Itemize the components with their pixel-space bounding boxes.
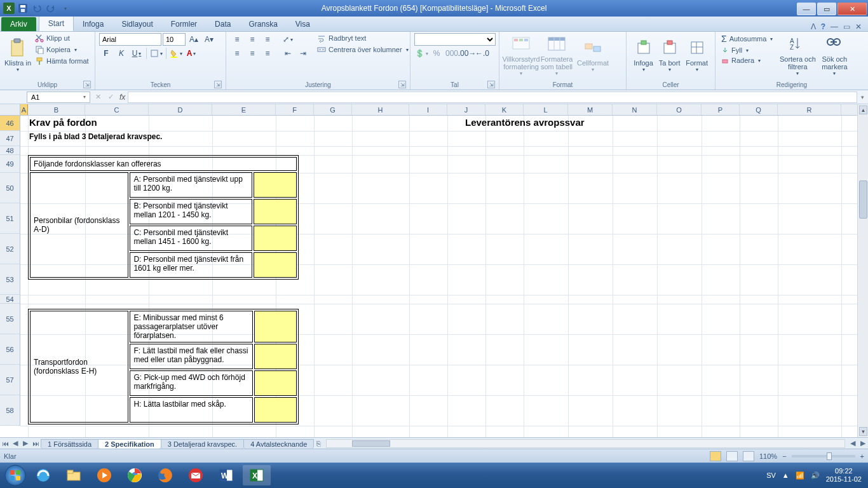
increase-indent-icon[interactable]: ⇥: [296, 47, 310, 60]
col-header-K[interactable]: K: [485, 104, 524, 115]
underline-button[interactable]: U: [130, 47, 144, 60]
number-format-select[interactable]: [414, 33, 496, 46]
page-layout-view-icon[interactable]: [726, 451, 738, 461]
tab-visa[interactable]: Visa: [287, 17, 319, 31]
tray-lang[interactable]: SV: [766, 471, 776, 479]
tab-start[interactable]: Start: [39, 16, 74, 31]
zoom-level[interactable]: 110%: [759, 452, 777, 460]
taskbar-explorer[interactable]: [60, 465, 88, 485]
taskbar-firefox[interactable]: [151, 465, 179, 485]
merge-center-button[interactable]: Centrera över kolumner: [315, 44, 410, 55]
help-icon[interactable]: ?: [821, 22, 825, 31]
row-header-48[interactable]: 48: [0, 146, 20, 155]
align-bottom-icon[interactable]: ≡: [261, 33, 275, 46]
col-header-G[interactable]: G: [314, 104, 352, 115]
zoom-slider[interactable]: [792, 455, 855, 458]
normal-view-icon[interactable]: [710, 451, 721, 461]
workbook-restore-icon[interactable]: ▭: [843, 22, 850, 31]
tray-show-hidden-icon[interactable]: ▲: [782, 471, 789, 479]
copy-button[interactable]: Kopiera: [33, 44, 91, 55]
col-header-P[interactable]: P: [702, 104, 740, 115]
workbook-min-icon[interactable]: —: [831, 22, 838, 31]
sheet-nav-prev[interactable]: ◀: [10, 439, 20, 447]
sort-filter-button[interactable]: AZSortera och filtrera▾: [778, 33, 817, 76]
select-all-corner[interactable]: [0, 104, 20, 115]
qat-customize[interactable]: [58, 2, 71, 15]
save-icon[interactable]: [17, 2, 29, 15]
row-header-54[interactable]: 54: [0, 295, 20, 304]
workbook-close-icon[interactable]: ✕: [855, 22, 862, 31]
delete-cells-button[interactable]: Ta bort▾: [656, 33, 682, 76]
sheet-nav-first[interactable]: ⏮: [0, 440, 10, 447]
find-select-button[interactable]: Sök och markera▾: [817, 33, 852, 76]
decrease-indent-icon[interactable]: ⇤: [281, 47, 295, 60]
fill-color-button[interactable]: [169, 47, 183, 60]
col-header-M[interactable]: M: [568, 104, 613, 115]
sheet-tab-1[interactable]: 1 Försättssida: [41, 439, 98, 449]
sheet-nav-next[interactable]: ▶: [20, 439, 31, 447]
col-header-H[interactable]: H: [352, 104, 409, 115]
col-header-A[interactable]: A: [20, 104, 28, 115]
conditional-formatting-button[interactable]: Villkorsstyrd formatering▾: [503, 33, 539, 76]
align-top-icon[interactable]: ≡: [230, 33, 244, 46]
row-header-50[interactable]: 50: [0, 173, 20, 203]
hscroll-left[interactable]: ◀: [848, 439, 858, 447]
format-painter-button[interactable]: Hämta format: [33, 56, 91, 66]
minimize-button[interactable]: —: [797, 3, 816, 15]
align-right-icon[interactable]: ≡: [261, 47, 275, 60]
row-header-46[interactable]: 46: [0, 116, 20, 131]
tab-formler[interactable]: Formler: [162, 17, 206, 31]
cut-button[interactable]: Klipp ut: [33, 33, 91, 43]
fill-button[interactable]: Fyll: [719, 46, 775, 55]
accounting-format-icon[interactable]: 💲: [414, 47, 428, 60]
shrink-font-icon[interactable]: A▾: [202, 33, 216, 46]
horizontal-scrollbar[interactable]: [326, 439, 845, 448]
format-cells-button[interactable]: Format▾: [682, 33, 711, 76]
tray-volume-icon[interactable]: 🔊: [811, 471, 820, 480]
redo-icon[interactable]: [44, 2, 57, 15]
col-header-O[interactable]: O: [657, 104, 702, 115]
close-button[interactable]: ✕: [837, 3, 867, 15]
autosum-button[interactable]: ΣAutosumma: [719, 33, 775, 44]
start-button[interactable]: [3, 463, 28, 488]
tab-data[interactable]: Data: [206, 17, 240, 31]
tray-network-icon[interactable]: 📶: [796, 471, 804, 480]
sheet-tab-2[interactable]: 2 Specifikation: [98, 439, 161, 449]
col-header-C[interactable]: C: [85, 104, 149, 115]
file-tab[interactable]: Arkiv: [1, 17, 36, 31]
col-header-N[interactable]: N: [613, 104, 657, 115]
col-header-B[interactable]: B: [28, 104, 85, 115]
border-button[interactable]: [149, 47, 163, 60]
sheet-nav-last[interactable]: ⏭: [31, 440, 41, 447]
bold-button[interactable]: F: [99, 47, 113, 60]
hscroll-right[interactable]: ▶: [858, 439, 868, 447]
taskbar-media[interactable]: [90, 465, 118, 485]
percent-format-icon[interactable]: %: [430, 47, 444, 60]
expand-formula-bar[interactable]: ▾: [857, 94, 868, 100]
sheet-tab-4[interactable]: 4 Avtalstecknande: [243, 439, 314, 449]
col-header-R[interactable]: R: [778, 104, 841, 115]
italic-button[interactable]: K: [114, 47, 128, 60]
maximize-button[interactable]: ▭: [817, 3, 836, 15]
clipboard-launcher[interactable]: ⇲: [83, 81, 91, 88]
zoom-in-icon[interactable]: +: [860, 452, 864, 460]
alignment-launcher[interactable]: ⇲: [398, 81, 406, 88]
font-launcher[interactable]: ⇲: [214, 81, 222, 88]
col-header-F[interactable]: F: [276, 104, 314, 115]
decrease-decimal-icon[interactable]: ←.0: [475, 47, 489, 60]
col-header-L[interactable]: L: [524, 104, 568, 115]
increase-decimal-icon[interactable]: .00→: [460, 47, 474, 60]
insert-cells-button[interactable]: Infoga▾: [630, 33, 656, 76]
tray-clock[interactable]: 09:222015-11-02: [826, 467, 862, 484]
taskbar-excel[interactable]: X: [243, 465, 271, 485]
comma-format-icon[interactable]: 000: [445, 47, 459, 60]
row-header-51[interactable]: 51: [0, 203, 20, 234]
format-as-table-button[interactable]: Formatera som tabell▾: [539, 33, 574, 76]
align-left-icon[interactable]: ≡: [230, 47, 244, 60]
fx-icon[interactable]: fx: [119, 93, 125, 102]
name-box[interactable]: A1▾: [27, 92, 90, 103]
align-center-icon[interactable]: ≡: [245, 47, 259, 60]
row-header-47[interactable]: 47: [0, 131, 20, 146]
wrap-text-button[interactable]: Radbryt text: [315, 33, 410, 43]
font-name-select[interactable]: [99, 33, 161, 46]
